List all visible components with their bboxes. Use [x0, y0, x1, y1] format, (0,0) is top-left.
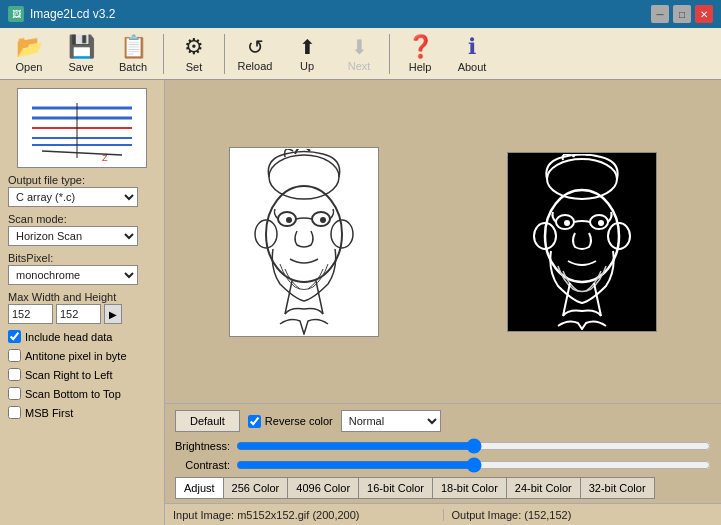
set-button[interactable]: ⚙ Set	[169, 31, 219, 77]
size-lock-button[interactable]: ▶	[104, 304, 122, 324]
size-row: 152 152 ▶	[8, 304, 156, 324]
scan-mode-field: Scan mode: Horizon Scan Vertical Scan	[8, 213, 156, 246]
image-area	[165, 80, 721, 403]
status-input-image: Input Image: m5152x152.gif (200,200)	[165, 509, 444, 521]
svg-point-14	[320, 217, 326, 223]
antitone-checkbox[interactable]	[8, 349, 21, 362]
include-head-checkbox[interactable]	[8, 330, 21, 343]
toolbar-separator-1	[163, 34, 164, 74]
set-label: Set	[186, 61, 203, 73]
up-button[interactable]: ⬆ Up	[282, 31, 332, 77]
next-label: Next	[348, 60, 371, 72]
contrast-slider[interactable]	[236, 457, 711, 473]
tabs-row: Adjust 256 Color 4096 Color 16-bit Color…	[175, 477, 711, 499]
save-icon: 💾	[68, 34, 95, 60]
processed-image-container	[507, 152, 657, 332]
reload-icon: ↺	[247, 35, 264, 59]
tab-4096color[interactable]: 4096 Color	[287, 477, 358, 499]
set-icon: ⚙	[184, 34, 204, 60]
svg-rect-8	[235, 149, 373, 335]
reload-label: Reload	[238, 60, 273, 72]
default-button[interactable]: Default	[175, 410, 240, 432]
antitone-row: Antitone pixel in byte	[8, 349, 156, 362]
scan-mode-label: Scan mode:	[8, 213, 156, 225]
scan-rtl-row: Scan Right to Left	[8, 368, 156, 381]
status-bar: Input Image: m5152x152.gif (200,200) Out…	[165, 503, 721, 525]
next-icon: ⬇	[351, 35, 368, 59]
msb-first-label: MSB First	[25, 407, 73, 419]
msb-first-row: MSB First	[8, 406, 156, 419]
reverse-color-row: Reverse color	[248, 415, 333, 428]
svg-text:Z: Z	[102, 153, 108, 163]
svg-line-6	[42, 151, 122, 155]
up-label: Up	[300, 60, 314, 72]
msb-first-checkbox[interactable]	[8, 406, 21, 419]
about-icon: ℹ	[468, 34, 476, 60]
scan-btt-checkbox[interactable]	[8, 387, 21, 400]
brightness-row: Brightness:	[175, 438, 711, 454]
scan-rtl-label: Scan Right to Left	[25, 369, 112, 381]
include-head-row: Include head data	[8, 330, 156, 343]
help-label: Help	[409, 61, 432, 73]
batch-icon: 📋	[120, 34, 147, 60]
scan-mode-select[interactable]: Horizon Scan Vertical Scan	[8, 226, 138, 246]
about-button[interactable]: ℹ About	[447, 31, 497, 77]
preview-box: Z	[17, 88, 147, 168]
preview-image: Z	[22, 93, 142, 163]
svg-point-23	[598, 220, 604, 226]
tab-adjust[interactable]: Adjust	[175, 477, 223, 499]
help-icon: ❓	[407, 34, 434, 60]
controls-top: Default Reverse color Normal Dithering T…	[175, 410, 711, 432]
max-size-label: Max Width and Height	[8, 291, 156, 303]
brightness-label: Brightness:	[175, 440, 230, 452]
app-title: Image2Lcd v3.2	[30, 7, 115, 21]
minimize-button[interactable]: ─	[651, 5, 669, 23]
reverse-color-checkbox[interactable]	[248, 415, 261, 428]
tab-18bit[interactable]: 18-bit Color	[432, 477, 506, 499]
bits-pixel-select[interactable]: monochrome 4 gray 256 color 16-bit color…	[8, 265, 138, 285]
processed-image-svg	[513, 154, 651, 330]
title-bar: 🖼 Image2Lcd v3.2 ─ □ ✕	[0, 0, 721, 28]
brightness-slider[interactable]	[236, 438, 711, 454]
scan-btt-row: Scan Bottom to Top	[8, 387, 156, 400]
help-button[interactable]: ❓ Help	[395, 31, 445, 77]
open-label: Open	[16, 61, 43, 73]
right-panel: Default Reverse color Normal Dithering T…	[165, 80, 721, 525]
toolbar-separator-2	[224, 34, 225, 74]
maximize-button[interactable]: □	[673, 5, 691, 23]
save-label: Save	[68, 61, 93, 73]
output-file-type-select[interactable]: C array (*.c) Binary (*.bin) Hex string …	[8, 187, 138, 207]
antitone-label: Antitone pixel in byte	[25, 350, 127, 362]
status-output-image: Output Image: (152,152)	[444, 509, 722, 521]
width-input[interactable]: 152	[8, 304, 53, 324]
scan-rtl-checkbox[interactable]	[8, 368, 21, 381]
tab-256color[interactable]: 256 Color	[223, 477, 288, 499]
tab-32bit[interactable]: 32-bit Color	[580, 477, 655, 499]
batch-label: Batch	[119, 61, 147, 73]
about-label: About	[458, 61, 487, 73]
output-file-type-label: Output file type:	[8, 174, 156, 186]
tab-24bit[interactable]: 24-bit Color	[506, 477, 580, 499]
open-button[interactable]: 📂 Open	[4, 31, 54, 77]
reverse-color-label: Reverse color	[265, 415, 333, 427]
tab-16bit[interactable]: 16-bit Color	[358, 477, 432, 499]
batch-button[interactable]: 📋 Batch	[108, 31, 158, 77]
include-head-label: Include head data	[25, 331, 112, 343]
original-image-svg	[235, 149, 373, 335]
reload-button[interactable]: ↺ Reload	[230, 31, 280, 77]
next-button[interactable]: ⬇ Next	[334, 31, 384, 77]
save-button[interactable]: 💾 Save	[56, 31, 106, 77]
svg-point-13	[286, 217, 292, 223]
main-area: Z Output file type: C array (*.c) Binary…	[0, 80, 721, 525]
normal-dropdown[interactable]: Normal Dithering Threshold	[341, 410, 441, 432]
close-button[interactable]: ✕	[695, 5, 713, 23]
bits-pixel-label: BitsPixel:	[8, 252, 156, 264]
left-panel: Z Output file type: C array (*.c) Binary…	[0, 80, 165, 525]
open-icon: 📂	[16, 34, 43, 60]
max-size-field: Max Width and Height 152 152 ▶	[8, 291, 156, 324]
app-icon: 🖼	[8, 6, 24, 22]
output-file-type-field: Output file type: C array (*.c) Binary (…	[8, 174, 156, 207]
up-icon: ⬆	[299, 35, 316, 59]
height-input[interactable]: 152	[56, 304, 101, 324]
contrast-label: Contrast:	[175, 459, 230, 471]
